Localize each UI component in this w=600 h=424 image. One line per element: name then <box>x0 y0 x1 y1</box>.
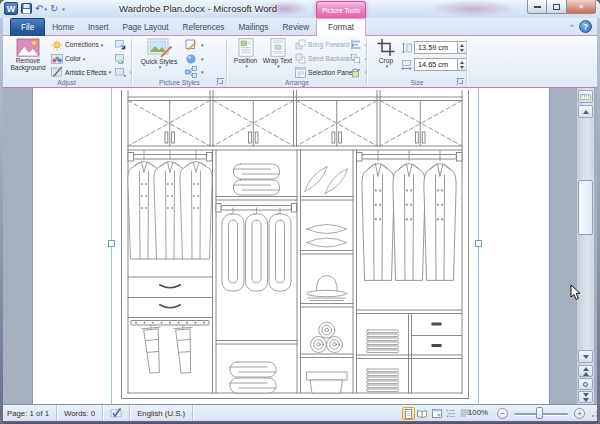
tab-file[interactable]: File <box>10 18 45 36</box>
shelf-linens-and-garment-bags <box>216 164 297 393</box>
tab-references[interactable]: References <box>176 18 232 36</box>
tab-review[interactable]: Review <box>275 18 316 36</box>
crop-button[interactable]: Crop ▾ <box>373 38 399 70</box>
select-browse-object-button[interactable] <box>578 378 593 390</box>
picture-styles-dialog-launcher[interactable] <box>217 78 224 85</box>
ribbon-group-picture-styles: Quick Styles ▾ ▾ ▾ ▾ Picture Styles <box>133 36 226 87</box>
rail-with-pants <box>131 321 209 374</box>
minimize-ribbon-icon[interactable]: ^ <box>570 22 574 31</box>
close-button[interactable]: × <box>567 0 596 14</box>
color-button[interactable]: Color▾ <box>51 52 111 66</box>
tab-page-layout[interactable]: Page Layout <box>116 18 176 36</box>
shape-height-field[interactable]: 13.59 cm <box>414 41 458 54</box>
dropdown-arrow-icon: ▾ <box>386 64 389 69</box>
picture-border-icon <box>185 39 197 51</box>
quick-styles-button[interactable]: Quick Styles ▾ <box>139 38 179 71</box>
group-button-disabled[interactable]: ▾ <box>350 52 368 66</box>
outline-view-button[interactable] <box>444 407 457 420</box>
position-button[interactable]: Position ▾ <box>230 38 261 70</box>
zoom-in-button[interactable]: + <box>574 408 585 419</box>
redo-button[interactable]: ↻ <box>50 2 58 15</box>
save-icon <box>21 3 32 14</box>
dropdown-arrow-icon: ▾ <box>245 64 248 69</box>
mouse-cursor <box>570 284 581 301</box>
arrange-mini-buttons: ▾ ▾ ▾ <box>350 38 368 79</box>
print-layout-view-button[interactable] <box>402 407 415 420</box>
web-layout-view-button[interactable] <box>430 407 443 420</box>
dropdown-arrow-icon: ▾ <box>159 65 162 70</box>
dropdown-arrow-icon: ▾ <box>101 42 104 48</box>
drawers-left <box>128 277 212 318</box>
tab-home[interactable]: Home <box>45 18 81 36</box>
window-title: Wardrobe Plan.docx - Microsoft Word <box>118 3 278 14</box>
zoom-out-button[interactable]: − <box>497 408 508 419</box>
rotate-icon <box>350 67 361 78</box>
full-screen-reading-icon <box>417 409 428 418</box>
dropdown-arrow-icon: ▾ <box>201 56 204 62</box>
change-picture-button[interactable] <box>115 52 133 66</box>
shelves-and-drawers-right <box>357 310 463 393</box>
pillow-and-accessory-column <box>301 164 354 393</box>
size-dialog-launcher[interactable] <box>457 78 464 85</box>
artistic-effects-button[interactable]: Artistic Effects▾ <box>51 66 111 80</box>
dropdown-arrow-icon: ▾ <box>44 6 47 12</box>
aero-glass-smudge <box>430 0 516 17</box>
dropdown-arrow-icon: ▾ <box>201 42 204 48</box>
wrap-text-button[interactable]: Wrap Text ▾ <box>262 38 293 70</box>
spin-down-icon <box>460 66 464 69</box>
remove-background-button[interactable]: Remove Background <box>5 38 51 71</box>
tab-mailings[interactable]: Mailings <box>231 18 275 36</box>
help-button[interactable]: ? <box>579 20 592 33</box>
word-window: W ↶▾ ↻ ▾ Wardrobe Plan.docx - Microsoft … <box>0 0 600 424</box>
scroll-down-button[interactable] <box>578 350 593 363</box>
ribbon-group-adjust: Remove Background Corrections▾ Color▾ Ar… <box>2 36 131 87</box>
page-indicator[interactable]: Page: 1 of 1 <box>0 405 57 421</box>
save-button[interactable] <box>21 2 32 15</box>
ribbon-group-size: Crop ▾ 13.59 cm 14.65 cm Size <box>368 36 466 87</box>
picture-resize-handle-left[interactable] <box>108 240 115 247</box>
zoom-level[interactable]: 100% <box>468 408 488 417</box>
vertical-scrollbar[interactable] <box>577 88 594 404</box>
rotate-button[interactable]: ▾ <box>350 66 368 80</box>
selection-pane-icon <box>295 67 306 78</box>
maximize-button[interactable] <box>547 0 567 14</box>
full-screen-reading-view-button[interactable] <box>416 407 429 420</box>
align-button[interactable]: ▾ <box>350 38 368 52</box>
scroll-up-button[interactable] <box>578 105 593 118</box>
window-border-left <box>0 18 3 421</box>
previous-page-button[interactable] <box>578 365 593 377</box>
title-bar: W ↶▾ ↻ ▾ Wardrobe Plan.docx - Microsoft … <box>0 0 600 18</box>
minimize-button[interactable] <box>527 0 547 14</box>
picture-border-button[interactable]: ▾ <box>185 38 204 52</box>
picture-effects-button[interactable]: ▾ <box>185 52 204 66</box>
adjust-small-buttons: Corrections▾ Color▾ Artistic Effects▾ <box>51 38 111 79</box>
language-indicator[interactable]: English (U.S.) <box>130 405 193 421</box>
artistic-effects-icon <box>51 66 63 78</box>
picture-layout-button[interactable]: ▾ <box>185 66 204 80</box>
next-page-button[interactable] <box>578 391 593 403</box>
dropdown-arrow-icon: ▾ <box>62 6 65 12</box>
double-up-icon <box>583 367 589 376</box>
shape-width-field[interactable]: 14.65 cm <box>414 58 458 71</box>
cabinet-door-handles <box>165 132 425 143</box>
shape-width-icon <box>401 59 412 71</box>
group-icon <box>350 53 361 64</box>
spin-up-icon <box>460 44 464 47</box>
zoom-slider-thumb[interactable] <box>536 407 543 419</box>
scrollbar-thumb[interactable] <box>578 180 593 235</box>
ruler-toggle-button[interactable] <box>578 90 593 103</box>
wardrobe-plan-picture[interactable] <box>120 90 470 400</box>
word-app-icon[interactable]: W <box>4 2 18 15</box>
tab-insert[interactable]: Insert <box>81 18 115 36</box>
ribbon-format: Remove Background Corrections▾ Color▾ Ar… <box>0 36 600 88</box>
word-count[interactable]: Words: 0 <box>57 405 103 421</box>
reset-picture-button[interactable]: ▾ <box>115 66 133 80</box>
tab-format-active[interactable]: Format <box>316 18 366 36</box>
undo-button[interactable]: ↶▾ <box>35 2 47 15</box>
picture-resize-handle-right[interactable] <box>475 240 482 247</box>
proofing-status[interactable] <box>103 405 130 421</box>
customize-qat-button[interactable]: ▾ <box>61 2 65 15</box>
corrections-button[interactable]: Corrections▾ <box>51 38 111 52</box>
compress-pictures-button[interactable] <box>115 38 133 52</box>
compress-pictures-icon <box>115 39 126 50</box>
